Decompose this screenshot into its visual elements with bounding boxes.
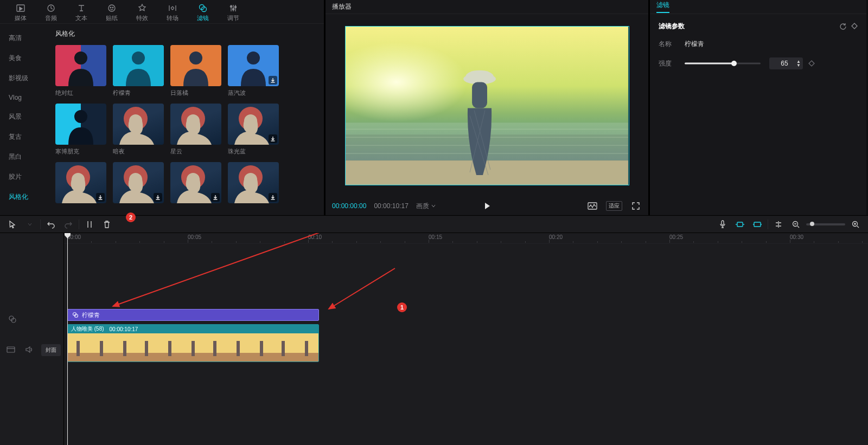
category-item[interactable]: 高清	[0, 28, 48, 48]
inspector-tab-filter[interactable]: 滤镜	[656, 1, 669, 13]
fx-icon	[137, 3, 147, 13]
zoom-in-button[interactable]	[848, 217, 863, 231]
tab-adjust[interactable]: 调节	[218, 2, 248, 23]
category-item[interactable]: Vlog	[0, 88, 48, 107]
svg-rect-49	[145, 341, 148, 356]
timeline: 封面 00:0000:0500:1000:1500:2000:2500:30 柠…	[0, 233, 868, 445]
tab-filter[interactable]: 滤镜	[188, 2, 218, 23]
filter-item[interactable]: 星云	[170, 104, 221, 156]
inspector-section-title: 滤镜参数	[659, 22, 685, 31]
filter-item[interactable]: 日落橘	[170, 45, 221, 97]
filter-item[interactable]: 蒸汽波	[228, 45, 279, 97]
fullscreen-button[interactable]	[630, 201, 642, 211]
adjust-icon	[228, 3, 238, 13]
category-item[interactable]: 黑白	[0, 147, 48, 167]
filter-item[interactable]: 暗夜	[113, 104, 164, 156]
tab-fx[interactable]: 特效	[127, 2, 157, 23]
intensity-slider[interactable]	[685, 60, 761, 67]
filter-item[interactable]	[55, 162, 106, 206]
svg-rect-46	[123, 341, 126, 356]
filter-track-icon	[7, 313, 18, 325]
filter-item[interactable]	[113, 162, 164, 206]
timeline-gutter: 封面	[0, 233, 64, 445]
delete-button[interactable]	[100, 217, 114, 231]
video-player[interactable]	[345, 26, 629, 185]
video-track-icon[interactable]	[5, 344, 16, 355]
tab-sticker[interactable]: 贴纸	[97, 2, 127, 23]
svg-rect-30	[754, 222, 761, 227]
split-button[interactable]	[82, 217, 97, 231]
smart-cut-button[interactable]	[750, 217, 764, 231]
audio-icon	[46, 3, 56, 13]
quality-dropdown[interactable]: 画质	[416, 202, 436, 211]
scope-button[interactable]	[586, 201, 598, 211]
fit-chip[interactable]: 适应	[606, 201, 622, 211]
video-clip[interactable]: 人物唯美 (58) 00:00:10:17	[67, 324, 319, 362]
svg-point-9	[234, 6, 236, 8]
category-item[interactable]: 胶片	[0, 167, 48, 187]
tab-transition[interactable]: 转场	[157, 2, 188, 23]
svg-rect-28	[722, 221, 724, 225]
auto-subtitle-button[interactable]	[733, 217, 747, 231]
category-item[interactable]: 复古	[0, 127, 48, 147]
intensity-input[interactable]: 65 ▲▼	[769, 57, 803, 69]
tab-text[interactable]: 文本	[66, 2, 97, 23]
select-tool-dropdown[interactable]	[23, 217, 37, 231]
filter-icon	[198, 3, 208, 13]
redo-button[interactable]	[61, 217, 75, 231]
category-item[interactable]: 美食	[0, 48, 48, 68]
playhead[interactable]	[67, 233, 68, 445]
keyframe-button[interactable]	[851, 23, 858, 30]
filter-clip-label: 柠檬青	[82, 311, 100, 319]
snap-toggle[interactable]	[771, 217, 786, 231]
download-icon	[211, 193, 220, 202]
svg-rect-26	[472, 82, 487, 108]
filter-item[interactable]: 柠檬青	[113, 45, 164, 97]
tab-media[interactable]: 媒体	[5, 2, 36, 23]
timecode-current: 00:00:00:00	[332, 202, 366, 210]
inspector-pane: 滤镜 滤镜参数 名称 柠檬青 强度 65 ▲▼	[650, 0, 866, 215]
mute-track-button[interactable]	[24, 344, 35, 355]
category-item[interactable]: 风格化	[0, 187, 48, 207]
filter-item[interactable]: 绝对红	[55, 45, 106, 97]
cover-button[interactable]: 封面	[41, 344, 61, 356]
category-item[interactable]: 影视级	[0, 68, 48, 88]
category-list: 高清美食影视级Vlog风景复古黑白胶片风格化	[0, 24, 48, 215]
svg-rect-67	[282, 341, 285, 356]
transition-icon	[168, 3, 177, 13]
svg-point-2	[108, 5, 115, 11]
undo-button[interactable]	[44, 217, 58, 231]
tab-audio[interactable]: 音频	[36, 2, 66, 23]
download-icon	[269, 76, 277, 85]
asset-tabstrip: 媒体音频文本贴纸特效转场滤镜调节	[0, 0, 324, 24]
timeline-tracks[interactable]: 00:0000:0500:1000:1500:2000:2500:30 柠檬青 …	[64, 233, 868, 445]
record-voiceover-button[interactable]	[716, 217, 730, 231]
video-clip-title: 人物唯美 (58)	[71, 325, 104, 333]
category-item[interactable]: 风景	[0, 107, 48, 127]
timeline-ruler[interactable]: 00:0000:0500:1000:1500:2000:2500:30	[64, 233, 868, 244]
filter-item[interactable]: 珠光蓝	[228, 104, 279, 156]
filter-item[interactable]: 寒博朋克	[55, 104, 106, 156]
play-button[interactable]	[483, 202, 492, 210]
svg-point-7	[230, 5, 232, 7]
zoom-slider[interactable]	[806, 223, 845, 225]
intensity-keyframe-button[interactable]	[808, 60, 815, 67]
svg-rect-55	[192, 341, 195, 356]
svg-rect-58	[213, 341, 216, 356]
filter-item[interactable]	[228, 162, 279, 206]
filter-name-value: 柠檬青	[685, 40, 704, 49]
filter-clip[interactable]: 柠檬青	[67, 309, 319, 321]
svg-rect-64	[260, 341, 263, 356]
filter-item[interactable]	[170, 162, 221, 206]
svg-line-72	[329, 268, 395, 309]
zoom-out-button[interactable]	[789, 217, 803, 231]
select-tool[interactable]	[5, 217, 20, 231]
svg-rect-43	[100, 341, 103, 356]
timecode-total: 00:00:10:17	[374, 202, 408, 210]
svg-point-4	[112, 7, 113, 8]
video-clip-tc: 00:00:10:17	[110, 326, 138, 332]
download-icon	[154, 193, 162, 202]
svg-point-25	[465, 70, 494, 83]
reset-button[interactable]	[839, 23, 847, 30]
download-icon	[96, 193, 105, 202]
